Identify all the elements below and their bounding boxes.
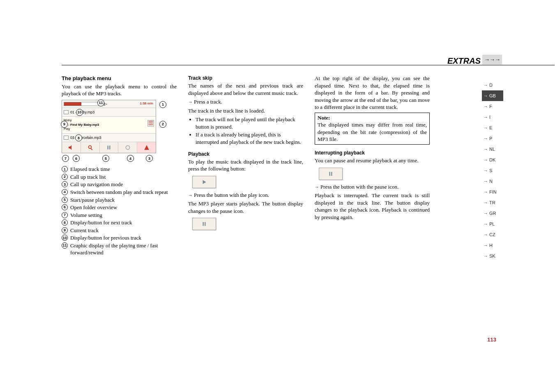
callout-4: 4 — [127, 155, 134, 162]
progress-row: ◁▷ 1:38 min 1 11 — [62, 100, 156, 108]
lang-h[interactable]: →H — [482, 240, 503, 251]
legend-num: 4 — [62, 189, 68, 195]
lang-n[interactable]: →N — [482, 176, 503, 187]
elapsed-time-description: At the top right of the display, you can… — [315, 75, 430, 111]
column-3: At the top right of the display, you can… — [315, 75, 430, 257]
svg-rect-0 — [148, 121, 153, 121]
legend-num: 5 — [62, 197, 68, 203]
svg-rect-14 — [331, 172, 332, 175]
legend-text: Start/pause playback — [70, 196, 115, 204]
legend-num: 1 — [62, 166, 68, 172]
svg-rect-1 — [148, 122, 153, 123]
svg-line-5 — [91, 149, 93, 150]
progress-fill — [64, 102, 81, 106]
legend-num: 2 — [62, 174, 68, 180]
list-icon — [147, 120, 154, 127]
lang-gb[interactable]: →GB — [482, 90, 503, 101]
playback-menu-intro: You can use the playback menu to control… — [62, 83, 177, 97]
legend-row: 2Call up track list — [62, 173, 177, 181]
legend-text: Elapsed track time — [70, 166, 110, 173]
lang-fin[interactable]: →FIN — [482, 187, 503, 197]
folder-button — [81, 142, 100, 153]
lang-f[interactable]: →F — [482, 101, 503, 112]
playback-action: Press the button with the play icon. — [188, 191, 303, 199]
svg-rect-13 — [329, 172, 330, 175]
header-arrows-box: →→→ — [482, 55, 502, 65]
player-screenshot: ◁▷ 1:38 min 1 11 01 - Moby.mp3 10 Moby 0… — [62, 100, 156, 154]
current-track-status: Play — [64, 127, 70, 131]
track-skip-p1: The names of the next and previous track… — [188, 82, 303, 97]
button-row — [62, 142, 156, 153]
playback-p1: To play the music track displayed in the… — [188, 158, 303, 173]
legend-num: 6 — [62, 204, 68, 210]
lang-i[interactable]: →I — [482, 112, 503, 122]
play-icon — [201, 179, 207, 185]
playback-p2: The MP3 player starts playback. The butt… — [188, 200, 303, 214]
lang-dk[interactable]: →DK — [482, 154, 503, 165]
volume-button — [62, 142, 81, 153]
legend-row: 6Open folder overview — [62, 204, 177, 211]
note-label: Note: — [318, 114, 427, 122]
lang-e[interactable]: →E — [482, 122, 503, 133]
callout-1: 1 — [159, 101, 166, 108]
pause-icon — [201, 221, 207, 227]
legend-row: 4Switch between random play and track re… — [62, 189, 177, 196]
lang-cz[interactable]: →CZ — [482, 229, 503, 240]
svg-marker-3 — [69, 145, 72, 150]
note-body: The displayed times may differ from real… — [318, 121, 427, 143]
legend-num: 9 — [62, 227, 68, 233]
section-title: EXTRAS — [447, 56, 481, 66]
current-track-row: Moby 02 - Find My Baby.mp3 Play 9 2 — [62, 116, 156, 133]
callout-6: 6 — [73, 155, 80, 162]
legend-text: Call up navigation mode — [70, 181, 123, 188]
track-skip-heading: Track skip — [188, 75, 303, 81]
lang-pl[interactable]: →PL — [482, 219, 503, 229]
track-skip-action: Press a track. — [188, 98, 303, 106]
svg-rect-12 — [205, 222, 205, 226]
interrupting-p1: You can pause and resume playback at any… — [315, 157, 430, 164]
lang-d[interactable]: →D — [482, 80, 503, 90]
legend-text: Volume setting — [70, 212, 102, 219]
legend-list: 1Elapsed track time 2Call up track list … — [62, 166, 177, 256]
progress-bar — [64, 102, 101, 106]
lang-p[interactable]: →P — [482, 133, 503, 144]
play-button-graphic — [192, 176, 216, 188]
svg-rect-6 — [107, 146, 108, 150]
play-pause-button — [100, 142, 119, 153]
bullet-item: The track will not be played until the p… — [196, 116, 303, 130]
legend-row: 1Elapsed track time — [62, 166, 177, 173]
header-rule: EXTRAS →→→ — [62, 65, 555, 76]
lang-sk[interactable]: →SK — [482, 251, 503, 261]
content-columns: The playback menu You can use the playba… — [62, 66, 555, 257]
lang-nl[interactable]: →NL — [482, 144, 503, 154]
interrupting-action: Press the button with the pause icon. — [315, 183, 430, 191]
legend-text: Display/button for previous track — [70, 234, 141, 242]
svg-point-4 — [89, 146, 92, 149]
callout-7: 7 — [62, 155, 69, 162]
pause-button-graphic — [192, 218, 216, 230]
callout-3: 3 — [146, 155, 153, 162]
lang-gr[interactable]: →GR — [482, 208, 503, 219]
callout-5: 5 — [102, 155, 109, 162]
shuffle-button — [118, 142, 137, 153]
legend-row: 11Graphic display of the playing time / … — [62, 242, 177, 256]
pause-icon — [328, 171, 334, 177]
svg-marker-9 — [144, 145, 149, 150]
svg-rect-2 — [148, 125, 153, 125]
playback-heading: Playback — [188, 151, 303, 157]
callout-2: 2 — [159, 121, 166, 128]
legend-text: Display/button for next track — [70, 219, 132, 226]
lang-s[interactable]: →S — [482, 165, 503, 176]
legend-text: Switch between random play and track rep… — [70, 189, 168, 196]
lang-tr[interactable]: →TR — [482, 197, 503, 208]
legend-text: Current track — [70, 227, 99, 234]
language-sidebar: →D →GB →F →I →E →P →NL →DK →S →N →FIN →T… — [482, 80, 503, 261]
legend-row: 7Volume setting — [62, 212, 177, 219]
column-1: The playback menu You can use the playba… — [62, 75, 177, 257]
track-skip-bullets: The track will not be played until the p… — [188, 116, 303, 145]
nav-button — [137, 142, 156, 153]
callout-8: 8 — [75, 134, 82, 141]
playback-menu-heading: The playback menu — [62, 75, 177, 82]
pause-button-graphic-2 — [319, 168, 343, 180]
file-icon — [64, 136, 69, 140]
